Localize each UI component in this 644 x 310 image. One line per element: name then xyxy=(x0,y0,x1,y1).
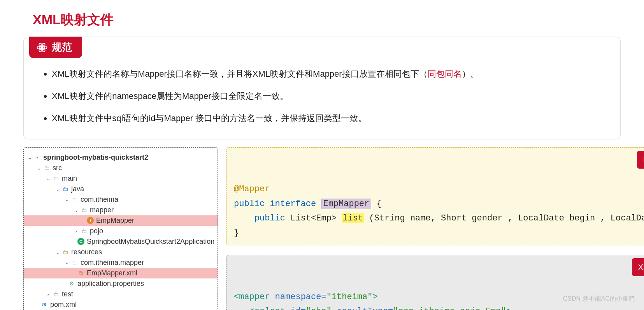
folder-icon: 🗀 xyxy=(43,164,50,171)
tree-emp-mapper[interactable]: EmpMapper xyxy=(96,217,134,225)
tree-java[interactable]: java xyxy=(71,185,84,193)
tree-test[interactable]: test xyxy=(62,290,73,298)
tree-app-class[interactable]: SpringbootMybatisQuickstart2Application xyxy=(87,238,214,246)
mapper-code-box: Mapper接口 @Mapper public interface EmpMap… xyxy=(226,147,644,246)
rule-item: XML映射文件中sql语句的id与Mapper 接口中的方法名一致，并保持返回类… xyxy=(52,107,611,129)
svg-point-0 xyxy=(41,46,43,48)
xml-val: "abc" xyxy=(306,306,332,310)
xml-file-icon: ⧉ xyxy=(77,269,84,277)
xml-val: "itheima" xyxy=(326,292,373,302)
xml-tag: > xyxy=(372,292,377,302)
chevron-down-icon[interactable]: ⌄ xyxy=(55,249,60,255)
code-text: List<Emp> xyxy=(285,213,342,223)
project-tree: ⌄▪springboot-mybatis-quickstart2 ⌄🗀src ⌄… xyxy=(23,147,218,310)
tree-emp-mapper-xml[interactable]: EmpMapper.xml xyxy=(87,269,137,277)
code-classname-hl: EmpMapper xyxy=(321,199,371,209)
code-keyword: public xyxy=(254,213,285,223)
package-icon: 🗀 xyxy=(81,227,88,234)
class-icon: C xyxy=(77,238,84,245)
project-icon: ▪ xyxy=(34,154,41,161)
package-icon: 🗀 xyxy=(71,259,78,266)
package-icon: 🗀 xyxy=(71,196,78,203)
page-title: XML映射文件 xyxy=(33,11,621,29)
mapper-box-label: Mapper接口 xyxy=(637,151,644,169)
xml-attr: id= xyxy=(285,306,306,310)
rule-emph: 同包同名 xyxy=(428,69,462,79)
tree-pojo[interactable]: pojo xyxy=(90,227,103,235)
folder-icon: 🗀 xyxy=(62,185,69,192)
rules-tab-label: 规范 xyxy=(52,41,72,54)
tree-mapper-dir[interactable]: mapper xyxy=(90,206,114,214)
chevron-down-icon[interactable]: ⌄ xyxy=(55,186,60,192)
resources-icon: 🗀 xyxy=(62,248,69,255)
package-icon: 🗀 xyxy=(81,206,88,213)
chevron-down-icon[interactable]: ⌄ xyxy=(64,197,70,203)
xml-attr: namespace= xyxy=(270,292,326,302)
tree-src[interactable]: src xyxy=(53,164,62,172)
tree-app-props[interactable]: application.properties xyxy=(77,280,144,288)
interface-icon: I xyxy=(87,217,94,224)
maven-icon: m xyxy=(41,301,48,308)
code-method-hl: list xyxy=(342,213,364,223)
rules-box: 规范 XML映射文件的名称与Mapper接口名称一致，并且将XML映射文件和Ma… xyxy=(23,37,621,139)
xml-tag: > xyxy=(506,306,511,310)
chevron-right-icon[interactable]: › xyxy=(46,291,51,297)
rules-tab: 规范 xyxy=(29,37,82,58)
xml-tag: <mapper xyxy=(234,292,270,302)
rule-text: ）。 xyxy=(462,69,479,79)
rules-list: XML映射文件的名称与Mapper接口名称一致，并且将XML映射文件和Mappe… xyxy=(33,58,611,130)
code-text: { xyxy=(371,199,381,209)
code-keyword: public interface xyxy=(234,199,316,209)
tree-pom[interactable]: pom.xml xyxy=(50,301,77,309)
properties-icon: ⚙ xyxy=(68,280,75,287)
tree-main[interactable]: main xyxy=(62,174,77,183)
chevron-down-icon[interactable]: ⌄ xyxy=(36,165,42,171)
chevron-down-icon[interactable]: ⌄ xyxy=(74,207,79,213)
rule-item: XML映射文件的namespace属性为Mapper接口全限定名一致。 xyxy=(52,85,611,107)
rule-text: XML映射文件中sql语句的id与Mapper 接口中的方法名一致，并保持返回类… xyxy=(52,113,367,123)
chevron-down-icon[interactable]: ⌄ xyxy=(46,176,51,181)
chevron-right-icon[interactable]: › xyxy=(74,228,79,234)
rule-text: XML映射文件的namespace属性为Mapper接口全限定名一致。 xyxy=(52,91,288,101)
folder-icon: 🗀 xyxy=(53,175,60,182)
folder-icon: 🗀 xyxy=(53,291,60,298)
xml-attr: resultType= xyxy=(332,306,393,310)
xml-box-label: XML映射文件 xyxy=(632,258,644,276)
code-text: } xyxy=(234,228,239,238)
tree-pkg1[interactable]: com.itheima xyxy=(81,196,118,204)
watermark: CSDN @不能AC的小菜鸡 xyxy=(563,295,635,303)
tree-root[interactable]: springboot-mybatis-quickstart2 xyxy=(43,153,148,162)
rule-text: XML映射文件的名称与Mapper接口名称一致，并且将XML映射文件和Mappe… xyxy=(52,69,428,79)
atom-icon xyxy=(36,42,48,53)
tree-res-pkg[interactable]: com.itheima.mapper xyxy=(81,259,144,267)
chevron-down-icon[interactable]: ⌄ xyxy=(64,260,70,266)
xml-val: "com.itheima.pojo.Emp" xyxy=(393,306,506,310)
rule-item: XML映射文件的名称与Mapper接口名称一致，并且将XML映射文件和Mappe… xyxy=(52,63,611,85)
xml-tag: <select xyxy=(249,306,285,310)
chevron-down-icon[interactable]: ⌄ xyxy=(27,155,32,160)
tree-resources[interactable]: resources xyxy=(71,248,102,256)
code-annotation: @Mapper xyxy=(234,184,270,194)
code-text: (String name, Short gender , LocalDate b… xyxy=(364,213,644,223)
